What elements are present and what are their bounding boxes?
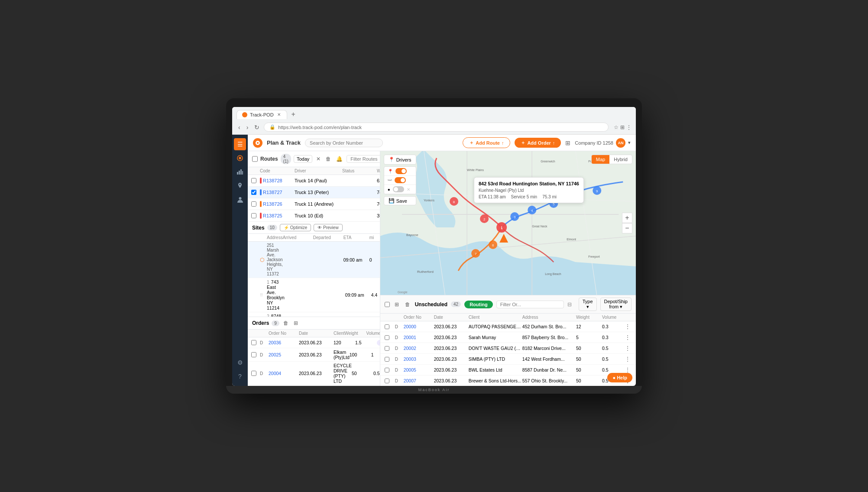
table-row[interactable]: D 20003 2023.06.23 SIMBA (PTY) LTD 142 W… bbox=[380, 354, 636, 365]
row-checkbox[interactable] bbox=[385, 379, 389, 383]
add-order-button[interactable]: ＋ Add Order ↑ bbox=[515, 138, 561, 148]
list-item[interactable]: ⠿ 28748 Pheasant Dr. Brooklyn, NY 11236 … bbox=[248, 312, 380, 317]
location-toggle[interactable] bbox=[393, 186, 404, 192]
col-weight: Weight bbox=[345, 331, 366, 336]
list-item[interactable]: ⬡ 251 Marsh Ave. Jackson Heights, NY 113… bbox=[248, 242, 380, 278]
order-number[interactable]: 20005 bbox=[404, 367, 434, 372]
order-number[interactable]: 20007 bbox=[404, 378, 434, 383]
bell-icon[interactable]: 🔔 bbox=[335, 155, 344, 163]
row-menu-icon[interactable]: ⋮ bbox=[624, 333, 632, 341]
order-checkbox[interactable] bbox=[251, 352, 256, 357]
map-container[interactable]: 1 2 3 4 5 6 bbox=[380, 151, 636, 295]
line-toggle[interactable] bbox=[395, 177, 406, 183]
bookmark-button[interactable]: ☆ bbox=[614, 124, 619, 130]
order-number[interactable]: 20004 bbox=[269, 371, 299, 376]
route-code[interactable]: R138728 bbox=[260, 178, 295, 184]
orders-delete-icon[interactable]: 🗑 bbox=[282, 319, 290, 327]
route-toggle[interactable] bbox=[395, 168, 407, 174]
sidebar-icon-map[interactable] bbox=[234, 180, 246, 192]
orders-action-icon[interactable]: ⊞ bbox=[292, 319, 299, 327]
tab-close-button[interactable]: ✕ bbox=[276, 112, 282, 117]
order-number[interactable]: 20000 bbox=[404, 324, 434, 329]
row-checkbox[interactable] bbox=[385, 324, 389, 329]
route-driver: Truck 13 (Peter) bbox=[295, 190, 342, 195]
help-button[interactable]: ● Help bbox=[607, 373, 632, 382]
row-checkbox[interactable] bbox=[385, 335, 389, 340]
unscheduled-copy-icon[interactable]: ⊞ bbox=[393, 301, 400, 308]
back-button[interactable]: ‹ bbox=[236, 123, 242, 132]
route-code[interactable]: R138726 bbox=[260, 201, 295, 207]
table-row[interactable]: D 20000 2023.06.23 AUTOPAQ PASSENGER... … bbox=[380, 321, 636, 332]
browser-tab[interactable]: Track-POD ✕ bbox=[236, 110, 287, 119]
table-row[interactable]: D 20025 2023.06.23 Elkam (Pty)Ltd 100 1 … bbox=[248, 348, 380, 362]
new-tab-button[interactable]: + bbox=[289, 110, 298, 119]
route-filter-input[interactable] bbox=[347, 155, 380, 163]
route-code[interactable]: R138727 bbox=[260, 189, 295, 195]
row-checkbox[interactable] bbox=[251, 178, 256, 183]
unscheduled-filter-input[interactable] bbox=[496, 301, 564, 308]
sidebar-icon-help[interactable]: ? bbox=[234, 370, 246, 382]
forward-button[interactable]: › bbox=[245, 123, 250, 132]
sidebar-icon-settings[interactable]: ⚙ bbox=[234, 356, 246, 369]
routing-button[interactable]: Routing bbox=[464, 301, 493, 308]
order-number[interactable]: 20036 bbox=[269, 340, 299, 345]
table-row[interactable]: D 20002 2023.06.23 DON'T WASTE GAU2 (PT.… bbox=[380, 343, 636, 354]
row-menu-icon[interactable]: ⋮ bbox=[624, 355, 632, 363]
sidebar-icon-menu[interactable]: ☰ bbox=[234, 138, 246, 150]
table-row[interactable]: D 20005 2023.06.23 BWL Estates Ltd 8587 … bbox=[380, 365, 636, 375]
routes-select-all[interactable] bbox=[252, 156, 258, 162]
order-client: DON'T WASTE GAU2 (PT... bbox=[469, 346, 522, 351]
row-menu-icon[interactable]: ⋮ bbox=[624, 344, 632, 352]
table-row[interactable]: R138727 Truck 13 (Peter) 745 7.7 09:00 a… bbox=[248, 187, 380, 198]
drivers-button[interactable]: 📍 Drivers bbox=[384, 155, 416, 165]
preview-button[interactable]: 👁 Preview bbox=[314, 224, 342, 231]
depot-dropdown[interactable]: Depot/Ship from ▾ bbox=[600, 298, 632, 311]
order-checkbox[interactable] bbox=[251, 340, 256, 345]
table-row[interactable]: D 20048 2023.06.23 Swift Silliker (Pty) … bbox=[248, 385, 380, 386]
order-number[interactable]: 20025 bbox=[269, 352, 299, 357]
route-code[interactable]: R138725 bbox=[260, 213, 295, 219]
row-checkbox[interactable] bbox=[251, 190, 256, 195]
add-route-button[interactable]: ＋ Add Route ↑ bbox=[463, 137, 510, 148]
url-bar[interactable]: 🔒 https://web.track-pod.com/en/plan-trac… bbox=[264, 123, 609, 132]
order-number[interactable]: 20002 bbox=[404, 346, 434, 351]
row-checkbox[interactable] bbox=[251, 213, 256, 218]
table-row[interactable]: D 20001 2023.06.23 Sarah Murray 857 Bayb… bbox=[380, 332, 636, 343]
row-checkbox[interactable] bbox=[251, 201, 256, 207]
row-checkbox[interactable] bbox=[385, 346, 389, 351]
table-row[interactable]: R138726 Truck 11 (Andrew) 767 7.7 09:00 … bbox=[248, 198, 380, 210]
sidebar-icon-user[interactable] bbox=[234, 194, 246, 206]
clear-icon[interactable]: ✕ bbox=[315, 155, 322, 163]
unscheduled-select-all[interactable] bbox=[385, 302, 390, 307]
table-row[interactable]: D 20007 2023.06.23 Brewer & Sons Ltd-Hor… bbox=[380, 375, 636, 386]
unscheduled-delete-icon[interactable]: 🗑 bbox=[404, 301, 411, 308]
row-checkbox[interactable] bbox=[385, 368, 389, 372]
drag-handle[interactable]: ⠿ bbox=[260, 293, 267, 298]
map-view-button[interactable]: Map bbox=[592, 155, 609, 164]
map-save-button[interactable]: 💾 Save bbox=[384, 196, 416, 205]
search-input[interactable] bbox=[305, 139, 383, 147]
table-row[interactable]: R138725 Truck 10 (Ed) 355 3.7 09:00 am 1… bbox=[248, 210, 380, 222]
optimize-button[interactable]: ⚡ Optimize bbox=[280, 224, 311, 231]
extensions-button[interactable]: ⊞ bbox=[620, 124, 625, 130]
table-row[interactable]: D 20004 2023.06.23 ECYCLE DRIVE (PTY) LT… bbox=[248, 362, 380, 385]
order-number[interactable]: 20001 bbox=[404, 335, 434, 340]
date-picker-button[interactable]: Today bbox=[294, 155, 312, 163]
order-checkbox[interactable] bbox=[251, 371, 256, 376]
sidebar-icon-route[interactable] bbox=[234, 152, 246, 164]
grid-view-button[interactable]: ⊞ bbox=[565, 139, 570, 146]
row-checkbox[interactable] bbox=[385, 357, 389, 362]
order-number[interactable]: 20003 bbox=[404, 356, 434, 362]
zoom-out-button[interactable]: − bbox=[622, 223, 632, 233]
row-menu-icon[interactable]: ⋮ bbox=[624, 323, 632, 330]
hybrid-view-button[interactable]: Hybrid bbox=[609, 155, 632, 164]
menu-button[interactable]: ⋮ bbox=[626, 124, 632, 130]
refresh-button[interactable]: ↻ bbox=[253, 123, 261, 132]
delete-icon[interactable]: 🗑 bbox=[324, 155, 332, 163]
zoom-in-button[interactable]: + bbox=[622, 213, 632, 223]
sidebar-icon-chart[interactable] bbox=[234, 166, 246, 178]
list-item[interactable]: ⠿ 1743 East Ave. Brooklyn NY 11214 09:09… bbox=[248, 278, 380, 312]
table-row[interactable]: R138728 Truck 14 (Paul) 620 7.1 09:00 am… bbox=[248, 175, 380, 187]
type-dropdown[interactable]: Type ▾ bbox=[579, 298, 597, 311]
table-row[interactable]: D 20036 2023.06.23 Centpret Properties (… bbox=[248, 337, 380, 348]
